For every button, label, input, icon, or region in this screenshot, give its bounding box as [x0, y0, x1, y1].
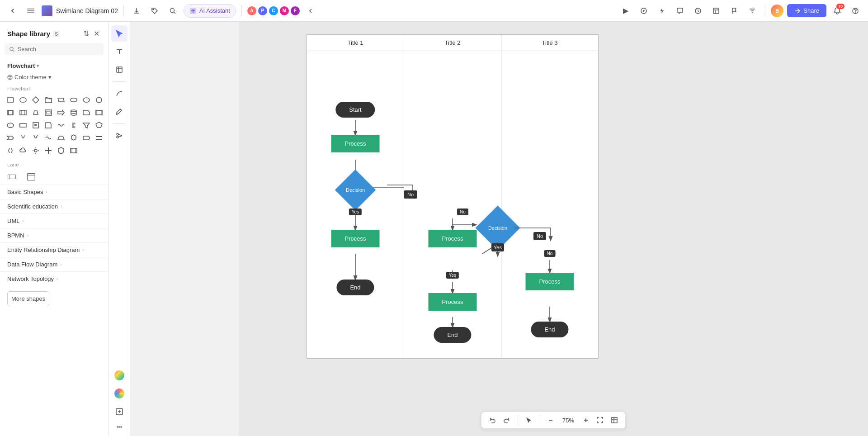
grid-toggle-button[interactable] [609, 415, 620, 426]
bpmn-section[interactable]: BPMN › [0, 228, 108, 242]
end2-node[interactable]: End [434, 327, 471, 343]
shape-equals[interactable] [93, 132, 105, 144]
shape-trapezoid[interactable] [30, 107, 42, 118]
shape-cylinder[interactable] [68, 107, 80, 118]
shape-rectangle[interactable] [5, 94, 16, 106]
uml-section[interactable]: UML › [0, 213, 108, 228]
ai-assistant-button[interactable]: AI Assistant [184, 4, 236, 18]
shape-hex-bar[interactable] [17, 119, 29, 131]
shape-lbrace[interactable] [30, 132, 42, 144]
back-button[interactable] [5, 4, 20, 18]
shape-bracket[interactable] [68, 119, 80, 131]
plugin-1[interactable]: A [247, 6, 256, 15]
shape-rect-corner[interactable] [80, 107, 92, 118]
shape-pentagon[interactable] [93, 119, 105, 131]
tool-curve[interactable] [111, 85, 127, 102]
erd-section[interactable]: Entity Relationship Diagram › [0, 242, 108, 257]
shape-oval[interactable] [5, 119, 16, 131]
tools-more[interactable]: ••• [115, 422, 124, 432]
zoom-out-button[interactable] [546, 415, 556, 425]
zoom-in-button[interactable] [581, 415, 591, 425]
shape-bumper[interactable] [42, 132, 54, 144]
tool-text[interactable] [111, 43, 127, 60]
select-tool-button[interactable] [524, 415, 534, 426]
plugin-3[interactable]: C [269, 6, 278, 15]
more-shapes-button[interactable]: More shapes [7, 291, 49, 306]
sidebar-sort-button[interactable]: ⇅ [82, 28, 90, 39]
undo-button[interactable] [487, 415, 498, 426]
flowchart-section-label[interactable]: Flowchart ▾ [0, 60, 108, 72]
shape-parallelogram[interactable] [55, 94, 67, 106]
table-button[interactable] [709, 4, 723, 18]
history-button[interactable] [691, 4, 705, 18]
tool-scissors[interactable] [111, 128, 127, 144]
shape-hexagon[interactable] [68, 132, 80, 144]
search-button[interactable] [165, 4, 180, 18]
play-button[interactable] [637, 4, 651, 18]
plugin-4[interactable]: M [280, 6, 289, 15]
shape-funnel[interactable] [80, 119, 92, 131]
process5-node[interactable]: Process [526, 273, 574, 290]
comment-button[interactable] [673, 4, 687, 18]
shape-diamond[interactable] [30, 94, 42, 106]
shape-shield[interactable] [55, 145, 67, 156]
export-button[interactable] [129, 4, 144, 18]
flag-button[interactable] [727, 4, 741, 18]
end3-node[interactable]: End [531, 322, 568, 337]
right-collapse-button[interactable]: ▶ [618, 4, 633, 18]
shape-wave[interactable] [55, 119, 67, 131]
shape-brace[interactable] [17, 132, 29, 144]
decision1-node[interactable]: Decision [341, 175, 370, 204]
shape-ellipse[interactable] [80, 94, 92, 106]
collapse-plugins-button[interactable] [303, 4, 318, 18]
bolt-button[interactable] [655, 4, 669, 18]
shape-rounded-rect[interactable] [17, 94, 29, 106]
shape-stadium[interactable] [68, 94, 80, 106]
lane-vertical[interactable] [24, 171, 38, 183]
shape-cross[interactable] [42, 145, 54, 156]
shape-docs[interactable] [30, 119, 42, 131]
tool-color-picker[interactable] [111, 367, 127, 384]
plugin-2[interactable]: P [258, 6, 267, 15]
dfd-section[interactable]: Data Flow Diagram › [0, 257, 108, 271]
plugin-5[interactable]: F [291, 6, 300, 15]
tool-frame[interactable] [111, 62, 127, 78]
redo-button[interactable] [501, 415, 512, 426]
tool-pen[interactable] [111, 104, 127, 120]
shape-double-rect[interactable] [5, 107, 16, 118]
help-button[interactable] [848, 4, 863, 18]
canvas-area[interactable]: Title 1 Title 2 Title 3 [239, 22, 868, 436]
shape-chevron[interactable] [5, 132, 16, 144]
shape-tape[interactable] [42, 94, 54, 106]
start-node[interactable]: Start [335, 102, 375, 118]
shape-rect-inner[interactable] [42, 107, 54, 118]
shape-rect-lines[interactable] [17, 107, 29, 118]
shape-circle[interactable] [93, 94, 105, 106]
zoom-level-display[interactable]: 75% [559, 417, 577, 424]
user-avatar[interactable]: B [771, 5, 783, 17]
shape-arrow-tag[interactable] [80, 132, 92, 144]
process4-node[interactable]: Process [429, 293, 477, 311]
process3-node[interactable]: Process [429, 230, 477, 247]
scientific-section[interactable]: Scientific education › [0, 199, 108, 213]
shape-curly[interactable] [5, 145, 16, 156]
tool-add-canvas[interactable] [111, 403, 127, 420]
shape-gear-outer[interactable] [30, 145, 42, 156]
shape-banner[interactable] [68, 145, 80, 156]
sidebar-close-button[interactable]: ✕ [92, 28, 101, 39]
tag-button[interactable] [147, 4, 162, 18]
tool-color2[interactable] [111, 385, 127, 402]
shape-cloud[interactable] [17, 145, 29, 156]
network-section[interactable]: Network Topology › [0, 271, 108, 286]
menu-button[interactable] [24, 4, 38, 18]
share-button[interactable]: Share [787, 4, 826, 17]
shape-note[interactable] [42, 119, 54, 131]
shape-trapezoid2[interactable] [55, 132, 67, 144]
color-theme-row[interactable]: Color theme ▾ [0, 72, 108, 84]
filter-button[interactable] [745, 4, 760, 18]
search-input[interactable] [18, 46, 99, 52]
shape-arrow-right[interactable] [55, 107, 67, 118]
process2-node[interactable]: Process [331, 230, 380, 247]
end1-node[interactable]: End [336, 280, 374, 295]
process1-node[interactable]: Process [331, 135, 380, 152]
